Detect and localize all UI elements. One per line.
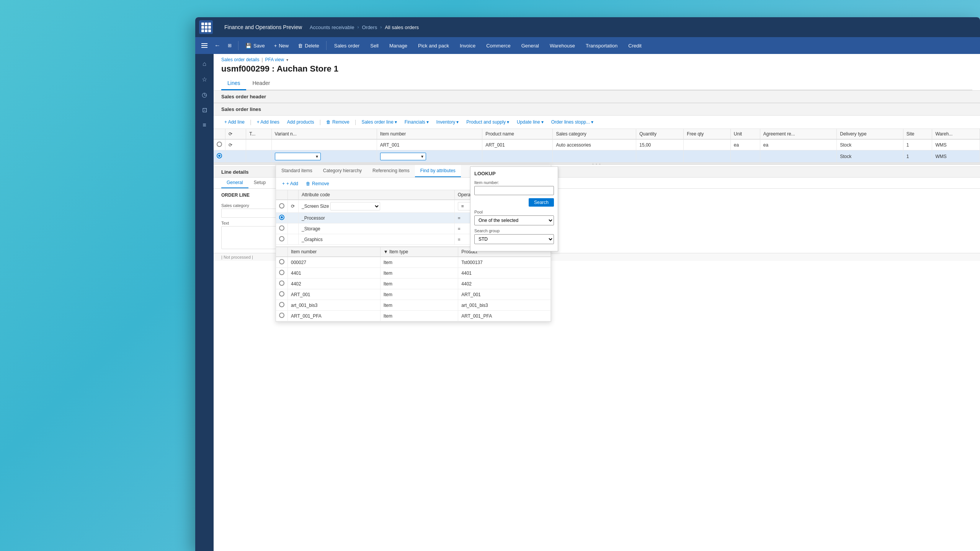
inventory-dropdown[interactable]: Inventory ▾ <box>433 118 462 126</box>
back-button[interactable]: ← <box>212 40 223 51</box>
add-lines-button[interactable]: + Add lines <box>254 118 283 126</box>
menu-general[interactable]: General <box>517 41 544 51</box>
result-row[interactable]: art_001_bis3 Item art_001_bis3 <box>276 300 551 311</box>
waffle-icon[interactable] <box>199 20 213 34</box>
breadcrumb-orders[interactable]: Orders <box>362 24 377 30</box>
detail-tab-general[interactable]: General <box>221 178 248 188</box>
variant-dropdown[interactable]: ▾ <box>275 153 321 160</box>
financials-dropdown[interactable]: Financials ▾ <box>402 118 432 126</box>
order-lines-stop-dropdown[interactable]: Order lines stopp... ▾ <box>548 118 596 126</box>
lookup-tab-referencing[interactable]: Referencing items <box>367 165 415 177</box>
col-agreement[interactable]: Agreement re... <box>760 129 836 139</box>
res-r1-radio[interactable] <box>276 257 288 268</box>
row2-radio[interactable] <box>217 153 222 158</box>
menu-transportation[interactable]: Transportation <box>581 41 622 51</box>
menu-credit[interactable]: Credit <box>624 41 646 51</box>
table-row[interactable]: ⟳ ART_001 ART_001 Auto accessories 15,00… <box>214 139 980 150</box>
col-sales-category[interactable]: Sales category <box>553 129 636 139</box>
page-breadcrumb-sales-order-details[interactable]: Sales order details <box>221 57 259 62</box>
col-item-number[interactable]: Item number <box>377 129 482 139</box>
product-supply-dropdown[interactable]: Product and supply ▾ <box>463 118 512 126</box>
sidebar-icon-list[interactable]: ≡ <box>198 118 211 132</box>
lookup-tab-find-by-attributes[interactable]: Find by attributes <box>415 165 461 177</box>
result-col-item-type[interactable]: ▼ Item type <box>380 247 458 257</box>
new-button[interactable]: + New <box>270 40 293 51</box>
breadcrumb-accounts-receivable[interactable]: Accounts receivable <box>310 24 354 30</box>
attr-r1-radio[interactable] <box>276 200 288 213</box>
result-row[interactable]: ART_001_PFA Item ART_001_PFA <box>276 311 551 321</box>
attr-r2-refresh[interactable] <box>288 213 299 223</box>
detail-tab-setup[interactable]: Setup <box>248 178 271 188</box>
lookup-search-button[interactable]: Search <box>529 198 554 207</box>
col-unit[interactable]: Unit <box>730 129 760 139</box>
save-button[interactable]: 💾 Save <box>242 40 269 51</box>
tab-lines[interactable]: Lines <box>221 77 246 90</box>
lookup-item-number-input[interactable] <box>474 186 554 195</box>
menu-warehouse[interactable]: Warehouse <box>545 41 580 51</box>
lookup-remove-button[interactable]: 🗑 Remove <box>304 180 332 187</box>
result-row[interactable]: ART_001 Item ART_001 <box>276 289 551 300</box>
col-refresh[interactable]: ⟳ <box>225 129 246 139</box>
col-quantity[interactable]: Quantity <box>636 129 684 139</box>
tab-header[interactable]: Header <box>246 77 276 90</box>
attr-r3-refresh[interactable] <box>288 223 299 234</box>
remove-button[interactable]: 🗑 Remove <box>323 118 353 126</box>
col-free-qty[interactable]: Free qty <box>684 129 731 139</box>
col-warehouse[interactable]: Wareh... <box>932 129 980 139</box>
result-row[interactable]: 4401 Item 4401 <box>276 268 551 279</box>
sidebar-icon-star[interactable]: ☆ <box>198 72 211 86</box>
update-line-dropdown[interactable]: Update line ▾ <box>514 118 547 126</box>
res-r6-radio[interactable] <box>276 311 288 321</box>
col-product-name[interactable]: Product name <box>482 129 553 139</box>
attr-r1-code-select[interactable] <box>330 202 380 210</box>
menu-invoice[interactable]: Invoice <box>455 41 480 51</box>
sales-order-line-dropdown[interactable]: Sales order line ▾ <box>358 118 400 126</box>
add-products-button[interactable]: Add products <box>284 118 317 126</box>
res-r3-radio[interactable] <box>276 279 288 289</box>
lookup-tab-standard[interactable]: Standard items <box>276 165 318 177</box>
sidebar-icon-clock[interactable]: ◷ <box>198 88 211 101</box>
lookup-add-button[interactable]: + + Add <box>280 180 301 187</box>
attr-r1-refresh[interactable]: ⟳ <box>288 200 299 213</box>
row1-radio-cell[interactable] <box>214 139 225 150</box>
attr-r4-refresh[interactable] <box>288 234 299 245</box>
res-r4-radio[interactable] <box>276 289 288 300</box>
page-breadcrumb-pfa-view[interactable]: PFA view <box>265 57 284 62</box>
result-row[interactable]: 4402 Item 4402 <box>276 279 551 289</box>
add-line-button[interactable]: + Add line <box>221 118 248 126</box>
menu-sales-order[interactable]: Sales order <box>330 41 364 51</box>
col-delivery-type[interactable]: Delivery type <box>837 129 903 139</box>
row1-sales-category[interactable]: Auto accessories <box>553 139 636 150</box>
pool-select[interactable]: One of the selected All of the selected <box>474 215 554 225</box>
attr-r4-radio[interactable] <box>276 234 288 245</box>
sales-order-header-section[interactable]: Sales order header <box>214 90 980 103</box>
menu-commerce[interactable]: Commerce <box>482 41 515 51</box>
menu-manage[interactable]: Manage <box>385 41 412 51</box>
search-group-select[interactable]: STD ALL <box>474 234 554 244</box>
res-r2-radio[interactable] <box>276 268 288 279</box>
lookup-tab-category[interactable]: Category hierarchy <box>318 165 367 177</box>
sales-order-lines-header[interactable]: Sales order lines <box>214 103 980 116</box>
col-variant[interactable]: Variant n... <box>271 129 377 139</box>
delete-button[interactable]: 🗑 Delete <box>294 40 323 51</box>
row1-item-number[interactable]: ART_001 <box>377 139 482 150</box>
sidebar-icon-home[interactable]: ⌂ <box>198 57 211 71</box>
menu-pick-and-pack[interactable]: Pick and pack <box>413 41 454 51</box>
col-t[interactable]: T... <box>246 129 271 139</box>
item-number-dropdown[interactable]: ▾ <box>380 153 426 160</box>
attr-r2-radio[interactable] <box>276 213 288 223</box>
col-site[interactable]: Site <box>903 129 932 139</box>
res-r5-radio[interactable] <box>276 300 288 311</box>
row1-quantity[interactable]: 15,00 <box>636 139 684 150</box>
breadcrumb-nav-button[interactable]: ⊞ <box>224 40 235 51</box>
row1-refresh[interactable]: ⟳ <box>225 139 246 150</box>
sidebar-icon-bookmark[interactable]: ⊡ <box>198 103 211 117</box>
row1-product-name[interactable]: ART_001 <box>482 139 553 150</box>
row2-item-number[interactable]: ▾ <box>377 150 482 163</box>
row1-radio[interactable] <box>217 142 222 147</box>
attr-col-code[interactable]: Attribute code <box>299 190 455 200</box>
table-row[interactable]: ▾ ▾ <box>214 150 980 163</box>
result-col-item-number[interactable]: Item number <box>288 247 381 257</box>
attr-r3-radio[interactable] <box>276 223 288 234</box>
sidebar-toggle-button[interactable] <box>198 39 211 52</box>
